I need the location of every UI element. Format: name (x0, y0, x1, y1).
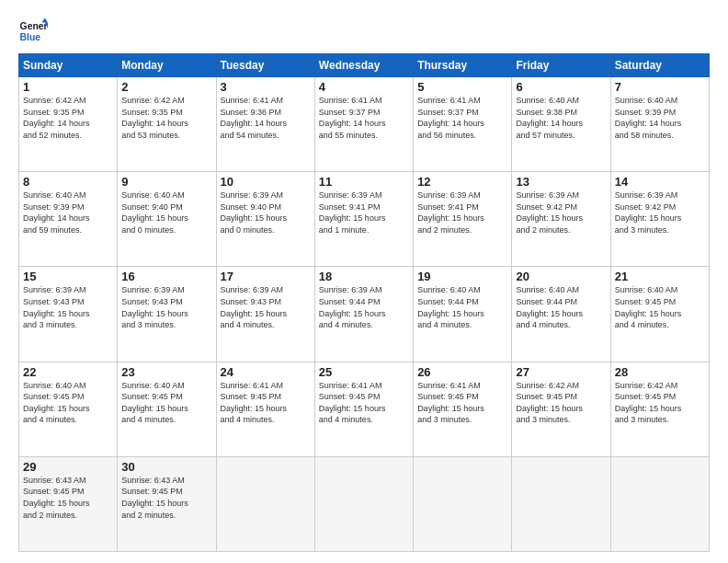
calendar-cell (414, 456, 512, 551)
calendar-cell: 15Sunrise: 6:39 AM Sunset: 9:43 PM Dayli… (19, 267, 118, 362)
calendar-cell: 17Sunrise: 6:39 AM Sunset: 9:43 PM Dayli… (216, 267, 314, 362)
calendar-cell: 9Sunrise: 6:40 AM Sunset: 9:40 PM Daylig… (118, 172, 216, 267)
calendar-cell: 11Sunrise: 6:39 AM Sunset: 9:41 PM Dayli… (314, 172, 413, 267)
weekday-tuesday: Tuesday (216, 54, 314, 77)
calendar-cell: 8Sunrise: 6:40 AM Sunset: 9:39 PM Daylig… (19, 172, 118, 267)
day-number: 1 (23, 80, 113, 94)
svg-text:General: General (20, 21, 48, 31)
page-header: General Blue (18, 17, 710, 46)
calendar-cell: 25Sunrise: 6:41 AM Sunset: 9:45 PM Dayli… (314, 362, 413, 456)
calendar-cell: 10Sunrise: 6:39 AM Sunset: 9:40 PM Dayli… (216, 172, 314, 267)
cell-info: Sunrise: 6:41 AM Sunset: 9:45 PM Dayligh… (319, 380, 409, 426)
calendar-cell: 22Sunrise: 6:40 AM Sunset: 9:45 PM Dayli… (19, 362, 118, 456)
weekday-friday: Friday (512, 54, 610, 77)
day-number: 30 (121, 460, 211, 474)
cell-info: Sunrise: 6:42 AM Sunset: 9:35 PM Dayligh… (23, 95, 113, 141)
calendar-cell: 26Sunrise: 6:41 AM Sunset: 9:45 PM Dayli… (414, 362, 512, 456)
weekday-monday: Monday (118, 54, 216, 77)
calendar-cell: 18Sunrise: 6:39 AM Sunset: 9:44 PM Dayli… (314, 267, 413, 362)
calendar-cell: 20Sunrise: 6:40 AM Sunset: 9:44 PM Dayli… (512, 267, 610, 362)
day-number: 28 (615, 365, 705, 379)
cell-info: Sunrise: 6:41 AM Sunset: 9:45 PM Dayligh… (221, 380, 311, 426)
calendar-cell: 5Sunrise: 6:41 AM Sunset: 9:37 PM Daylig… (414, 77, 512, 172)
weekday-wednesday: Wednesday (314, 54, 413, 77)
calendar-cell: 30Sunrise: 6:43 AM Sunset: 9:45 PM Dayli… (118, 456, 216, 551)
day-number: 16 (121, 270, 211, 283)
cell-info: Sunrise: 6:43 AM Sunset: 9:45 PM Dayligh… (121, 475, 211, 521)
day-number: 25 (319, 365, 409, 379)
cell-info: Sunrise: 6:39 AM Sunset: 9:42 PM Dayligh… (615, 190, 705, 236)
calendar-table: SundayMondayTuesdayWednesdayThursdayFrid… (18, 53, 710, 552)
day-number: 10 (221, 175, 311, 189)
cell-info: Sunrise: 6:42 AM Sunset: 9:45 PM Dayligh… (516, 380, 606, 426)
day-number: 17 (221, 270, 311, 283)
calendar-cell: 14Sunrise: 6:39 AM Sunset: 9:42 PM Dayli… (610, 172, 709, 267)
day-number: 21 (615, 270, 705, 283)
day-number: 27 (516, 365, 606, 379)
weekday-sunday: Sunday (19, 54, 118, 77)
cell-info: Sunrise: 6:43 AM Sunset: 9:45 PM Dayligh… (23, 475, 113, 521)
calendar-cell: 13Sunrise: 6:39 AM Sunset: 9:42 PM Dayli… (512, 172, 610, 267)
day-number: 23 (121, 365, 211, 379)
day-number: 13 (516, 175, 606, 189)
cell-info: Sunrise: 6:40 AM Sunset: 9:39 PM Dayligh… (615, 95, 705, 141)
cell-info: Sunrise: 6:39 AM Sunset: 9:43 PM Dayligh… (221, 284, 311, 330)
day-number: 12 (417, 175, 507, 189)
day-number: 7 (615, 80, 705, 94)
cell-info: Sunrise: 6:42 AM Sunset: 9:45 PM Dayligh… (615, 380, 705, 426)
cell-info: Sunrise: 6:40 AM Sunset: 9:44 PM Dayligh… (417, 284, 507, 330)
calendar-cell: 28Sunrise: 6:42 AM Sunset: 9:45 PM Dayli… (610, 362, 709, 456)
calendar-cell (216, 456, 314, 551)
day-number: 2 (121, 80, 211, 94)
week-row-0: 1Sunrise: 6:42 AM Sunset: 9:35 PM Daylig… (19, 77, 710, 172)
calendar-cell (314, 456, 413, 551)
calendar-cell: 7Sunrise: 6:40 AM Sunset: 9:39 PM Daylig… (610, 77, 709, 172)
cell-info: Sunrise: 6:39 AM Sunset: 9:43 PM Dayligh… (23, 284, 113, 330)
week-row-1: 8Sunrise: 6:40 AM Sunset: 9:39 PM Daylig… (19, 172, 710, 267)
calendar-cell: 29Sunrise: 6:43 AM Sunset: 9:45 PM Dayli… (19, 456, 118, 551)
calendar-cell: 16Sunrise: 6:39 AM Sunset: 9:43 PM Dayli… (118, 267, 216, 362)
cell-info: Sunrise: 6:41 AM Sunset: 9:37 PM Dayligh… (417, 95, 507, 141)
calendar-cell: 6Sunrise: 6:40 AM Sunset: 9:38 PM Daylig… (512, 77, 610, 172)
cell-info: Sunrise: 6:41 AM Sunset: 9:45 PM Dayligh… (417, 380, 507, 426)
cell-info: Sunrise: 6:39 AM Sunset: 9:40 PM Dayligh… (221, 190, 311, 236)
svg-text:Blue: Blue (20, 32, 41, 42)
calendar-cell: 24Sunrise: 6:41 AM Sunset: 9:45 PM Dayli… (216, 362, 314, 456)
cell-info: Sunrise: 6:39 AM Sunset: 9:41 PM Dayligh… (417, 190, 507, 236)
cell-info: Sunrise: 6:42 AM Sunset: 9:35 PM Dayligh… (121, 95, 211, 141)
day-number: 9 (121, 175, 211, 189)
cell-info: Sunrise: 6:40 AM Sunset: 9:44 PM Dayligh… (516, 284, 606, 330)
day-number: 11 (319, 175, 409, 189)
calendar-cell: 12Sunrise: 6:39 AM Sunset: 9:41 PM Dayli… (414, 172, 512, 267)
day-number: 22 (23, 365, 113, 379)
calendar-cell: 23Sunrise: 6:40 AM Sunset: 9:45 PM Dayli… (118, 362, 216, 456)
day-number: 6 (516, 80, 606, 94)
day-number: 24 (221, 365, 311, 379)
cell-info: Sunrise: 6:39 AM Sunset: 9:41 PM Dayligh… (319, 190, 409, 236)
cell-info: Sunrise: 6:39 AM Sunset: 9:44 PM Dayligh… (319, 284, 409, 330)
day-number: 3 (221, 80, 311, 94)
day-number: 14 (615, 175, 705, 189)
day-number: 18 (319, 270, 409, 283)
calendar-cell (512, 456, 610, 551)
day-number: 5 (417, 80, 507, 94)
week-row-2: 15Sunrise: 6:39 AM Sunset: 9:43 PM Dayli… (19, 267, 710, 362)
cell-info: Sunrise: 6:39 AM Sunset: 9:42 PM Dayligh… (516, 190, 606, 236)
day-number: 15 (23, 270, 113, 283)
day-number: 29 (23, 460, 113, 474)
calendar-cell: 4Sunrise: 6:41 AM Sunset: 9:37 PM Daylig… (314, 77, 413, 172)
day-number: 26 (417, 365, 507, 379)
logo-icon: General Blue (18, 17, 48, 46)
calendar-cell: 3Sunrise: 6:41 AM Sunset: 9:36 PM Daylig… (216, 77, 314, 172)
logo: General Blue (18, 17, 48, 46)
day-number: 4 (319, 80, 409, 94)
cell-info: Sunrise: 6:40 AM Sunset: 9:38 PM Dayligh… (516, 95, 606, 141)
calendar-cell: 27Sunrise: 6:42 AM Sunset: 9:45 PM Dayli… (512, 362, 610, 456)
calendar-cell: 19Sunrise: 6:40 AM Sunset: 9:44 PM Dayli… (414, 267, 512, 362)
day-number: 8 (23, 175, 113, 189)
weekday-header-row: SundayMondayTuesdayWednesdayThursdayFrid… (19, 54, 710, 77)
cell-info: Sunrise: 6:40 AM Sunset: 9:39 PM Dayligh… (23, 190, 113, 236)
cell-info: Sunrise: 6:40 AM Sunset: 9:45 PM Dayligh… (615, 284, 705, 330)
cell-info: Sunrise: 6:41 AM Sunset: 9:36 PM Dayligh… (221, 95, 311, 141)
calendar-cell: 21Sunrise: 6:40 AM Sunset: 9:45 PM Dayli… (610, 267, 709, 362)
